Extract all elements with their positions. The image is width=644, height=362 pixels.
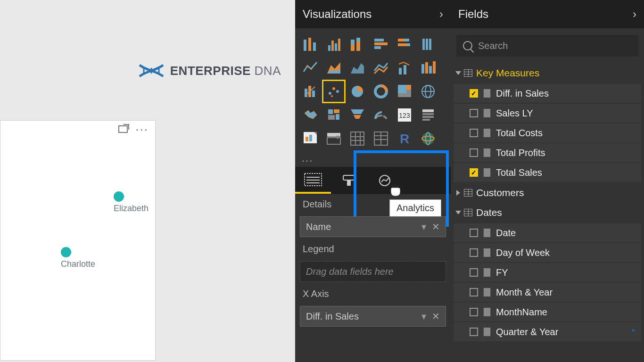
field-row[interactable]: Total Profits (454, 143, 641, 162)
viz-type-icon[interactable] (323, 34, 344, 55)
viz-type-icon[interactable] (323, 105, 344, 125)
viz-type-icon[interactable] (347, 105, 368, 125)
svg-rect-19 (398, 43, 407, 46)
chevron-right-icon[interactable]: › (633, 8, 636, 21)
scatter-visual[interactable]: ··· ElizabethCharlotte (0, 120, 156, 361)
fields-tab[interactable] (295, 167, 331, 194)
measure-icon (483, 148, 491, 157)
svg-rect-23 (429, 39, 431, 50)
search-icon (463, 41, 472, 50)
search-input[interactable]: Search (456, 35, 638, 57)
table-header[interactable]: Customers (454, 183, 641, 203)
checkbox[interactable]: ✓ (470, 89, 478, 98)
field-row[interactable]: FY (454, 263, 641, 282)
remove-icon[interactable]: ✕ (432, 222, 440, 232)
svg-point-38 (329, 92, 331, 95)
dropdown-icon[interactable]: ▾ (421, 311, 426, 321)
viz-type-icon[interactable] (394, 81, 415, 102)
dropdown-icon[interactable]: ▾ (421, 222, 426, 232)
checkbox[interactable] (470, 148, 478, 157)
field-row[interactable]: Quarter & Year (454, 322, 641, 341)
svg-rect-37 (312, 90, 315, 97)
data-point[interactable]: Elizabeth (114, 191, 149, 214)
checkbox[interactable] (470, 248, 478, 257)
viz-type-icon[interactable] (347, 128, 368, 149)
viz-type-icon[interactable] (418, 58, 438, 78)
fields-header[interactable]: Fields › (451, 0, 644, 28)
svg-rect-9 (338, 39, 340, 51)
table-header[interactable]: Key Measures (454, 63, 641, 83)
field-row[interactable]: Date (454, 223, 641, 242)
focus-mode-icon[interactable] (118, 125, 128, 133)
svg-rect-17 (398, 39, 405, 41)
viz-type-icon[interactable] (371, 81, 391, 102)
viz-type-icon[interactable] (323, 128, 344, 149)
field-row[interactable]: ✓Diff. in Sales (454, 84, 641, 103)
svg-rect-52 (334, 109, 339, 113)
viz-type-icon[interactable] (418, 105, 438, 125)
viz-type-icon[interactable] (418, 81, 438, 102)
field-row[interactable]: Month & Year (454, 283, 641, 302)
field-row[interactable]: Day of Week (454, 243, 641, 262)
legend-label: Legend (295, 239, 451, 259)
field-row[interactable]: Sales LY (454, 104, 641, 123)
format-tab[interactable] (331, 167, 367, 194)
checkbox[interactable] (470, 268, 478, 277)
viz-type-icon[interactable] (323, 81, 344, 102)
visualizations-header[interactable]: Visualizations › (295, 0, 451, 28)
viz-type-icon[interactable] (394, 34, 415, 55)
data-point[interactable]: Charlotte (61, 247, 95, 269)
viz-type-icon[interactable] (371, 128, 391, 149)
viz-type-icon[interactable] (394, 58, 415, 78)
details-value: Name (306, 222, 331, 232)
viz-type-icon[interactable] (300, 105, 321, 125)
viz-type-icon[interactable] (371, 105, 391, 125)
viz-type-icon[interactable] (371, 34, 391, 55)
checkbox[interactable] (470, 308, 478, 316)
table-icon (464, 69, 472, 77)
checkbox[interactable] (470, 109, 478, 117)
checkbox[interactable] (470, 129, 478, 137)
legend-well[interactable]: Drag data fields here (300, 261, 446, 282)
svg-rect-20 (407, 43, 410, 46)
viz-type-icon[interactable] (300, 58, 321, 78)
svg-rect-21 (422, 39, 425, 50)
field-name: Quarter & Year (496, 327, 558, 337)
viz-type-icon[interactable]: 123 (394, 105, 415, 125)
field-row[interactable]: MonthName (454, 303, 641, 321)
svg-rect-6 (328, 45, 330, 51)
expand-icon (455, 71, 461, 75)
viz-type-icon[interactable] (323, 58, 344, 78)
viz-type-icon[interactable] (347, 81, 368, 102)
viz-type-icon[interactable] (300, 81, 321, 102)
table-header[interactable]: Dates (454, 203, 641, 222)
viz-type-icon[interactable] (418, 34, 438, 55)
svg-text:123: 123 (399, 112, 410, 119)
checkbox[interactable] (470, 328, 478, 336)
field-name: Month & Year (496, 287, 553, 298)
details-well[interactable]: Name ▾✕ (300, 216, 446, 237)
viz-type-icon[interactable] (300, 34, 321, 55)
viz-type-icon[interactable] (371, 58, 391, 78)
remove-icon[interactable]: ✕ (432, 311, 440, 321)
svg-rect-34 (433, 61, 436, 74)
svg-rect-60 (422, 109, 434, 112)
field-row[interactable]: Total Costs (454, 123, 641, 142)
gallery-more-icon[interactable]: ··· (295, 155, 451, 167)
checkbox[interactable]: ✓ (470, 168, 478, 177)
chevron-right-icon[interactable]: › (439, 8, 443, 21)
report-canvas[interactable]: ENTERPRISE DNA ··· ElizabethCharlotte (0, 0, 295, 362)
search-placeholder: Search (478, 41, 508, 51)
viz-type-icon[interactable] (347, 34, 368, 55)
more-options-icon[interactable]: ··· (135, 127, 149, 132)
checkbox[interactable] (470, 229, 478, 237)
viz-type-icon[interactable] (418, 128, 438, 149)
viz-type-icon[interactable]: R (394, 128, 415, 149)
svg-rect-3 (304, 40, 306, 51)
viz-type-icon[interactable] (347, 58, 368, 78)
xaxis-well[interactable]: Diff. in Sales ▾✕ (300, 306, 446, 327)
field-name: Total Sales (496, 167, 542, 178)
field-row[interactable]: ✓Total Sales (454, 163, 641, 182)
checkbox[interactable] (470, 288, 478, 296)
viz-type-icon[interactable] (300, 128, 321, 149)
